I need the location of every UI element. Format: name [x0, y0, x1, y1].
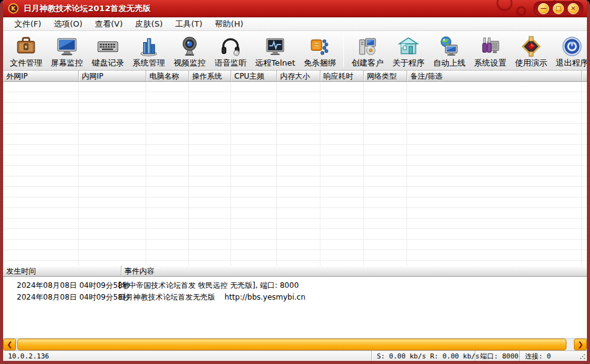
menu-help[interactable]: 帮助(H): [209, 17, 250, 31]
title-bar: K 日月神教技术论坛2012首发无壳版 — □ ✕: [3, 0, 587, 17]
grid-column: [407, 82, 582, 266]
status-connections: 连接: 0: [519, 351, 587, 361]
log-row[interactable]: 2024年08月08日 04时09分58秒 日月神教技术论坛首发无壳版 http…: [3, 292, 587, 303]
scrollbar-thumb[interactable]: [17, 339, 566, 350]
keyboard-icon: [97, 35, 118, 58]
toolbar: 文件管理 屏幕监控 键盘记录 系统管理 视频监控: [3, 31, 587, 71]
toolbar-create-client[interactable]: 创建客户: [347, 35, 388, 67]
monitor-icon: [56, 35, 77, 58]
col-header-event-content[interactable]: 事件内容: [121, 266, 587, 276]
menu-skin[interactable]: 皮肤(S): [129, 17, 169, 31]
toolbar-exit-program[interactable]: 退出程序: [552, 35, 590, 67]
toolbar-label: 文件管理: [10, 58, 42, 67]
col-header-memory[interactable]: 内存大小: [277, 71, 320, 81]
toolbar-label: 屏幕监控: [51, 58, 83, 67]
menu-file[interactable]: 文件(F): [8, 17, 48, 31]
tools-icon: [480, 35, 501, 58]
toolbar-about-program[interactable]: 关于程序: [388, 35, 429, 67]
status-port: 端口: 8000: [475, 351, 519, 361]
toolbar-label: 远程Telnet: [255, 58, 296, 67]
toolbar-fud-binder[interactable]: 免杀捆绑: [299, 35, 340, 67]
briefcase-icon: [15, 35, 37, 58]
webcam-icon: [179, 35, 200, 58]
log-row[interactable]: 2024年08月08日 04时09分58秒 [华中帝国技术论坛首发 牧民远控 无…: [3, 280, 587, 292]
toolbar-label: 视频监控: [174, 58, 206, 67]
toolbar-label: 键盘记录: [92, 58, 124, 67]
toolbar-label: 使用演示: [515, 58, 547, 67]
grid-column: [277, 82, 320, 266]
menu-options[interactable]: 选项(O): [48, 17, 89, 31]
toolbar-label: 退出程序: [556, 58, 588, 67]
titlebar-swirl-ornament: [516, 6, 526, 16]
app-window: K 日月神教技术论坛2012首发无壳版 — □ ✕ 文件(F) 选项(O) 查看…: [0, 0, 590, 364]
toolbar-label: 系统管理: [133, 58, 165, 67]
toolbar-system-settings[interactable]: 系统设置: [470, 35, 511, 67]
close-button[interactable]: ✕: [568, 3, 579, 14]
status-local-ip: 10.0.2.136: [3, 351, 371, 361]
col-header-wan-ip[interactable]: 外网IP: [3, 71, 79, 81]
log-event: 日月神教技术论坛首发无壳版 http://bbs.yesmybi.cn: [118, 292, 587, 303]
toolbar-system-manager[interactable]: 系统管理: [128, 35, 169, 67]
scroll-right-arrow-icon[interactable]: ❯: [574, 339, 587, 350]
log-event: [华中帝国技术论坛首发 牧民远控 无壳版], 端口: 8000: [118, 280, 587, 291]
toolbar-screen-monitor[interactable]: 屏幕监控: [46, 35, 87, 67]
col-header-cpu[interactable]: CPU主频: [231, 71, 277, 81]
log-time: 2024年08月08日 04时09分58秒: [3, 280, 118, 291]
col-header-computer-name[interactable]: 电脑名称: [146, 71, 189, 81]
maximize-button[interactable]: □: [553, 3, 564, 14]
toolbar-label: 免杀捆绑: [304, 58, 336, 67]
computer-disc-icon: [357, 35, 378, 58]
app-icon: K: [8, 3, 19, 14]
binder-chain-icon: [309, 35, 330, 58]
scroll-left-arrow-icon[interactable]: ❮: [3, 339, 16, 350]
toolbar-label: 系统设置: [474, 58, 506, 67]
resize-grip[interactable]: [579, 353, 586, 360]
status-traffic: S: 0.00 kb/s R: 0.00 kb/s: [371, 351, 475, 361]
diamond-gem-icon: [521, 35, 542, 58]
col-header-os[interactable]: 操作系统: [189, 71, 231, 81]
grid-column: [231, 82, 277, 266]
toolbar-remote-telnet[interactable]: 远程Telnet: [251, 35, 299, 67]
toolbar-label: 创建客户: [351, 58, 384, 67]
col-header-event-time[interactable]: 发生时间: [3, 266, 121, 276]
menu-bar: 文件(F) 选项(O) 查看(V) 皮肤(S) 工具(T) 帮助(H): [3, 17, 587, 31]
grid-column: [320, 82, 364, 266]
toolbar-video-monitor[interactable]: 视频监控: [169, 35, 210, 67]
menu-view[interactable]: 查看(V): [89, 17, 129, 31]
bar-tower-icon: [138, 35, 159, 58]
log-time: 2024年08月08日 04时09分58秒: [3, 292, 118, 303]
house-icon: [398, 35, 419, 58]
toolbar-separator: [343, 35, 344, 67]
event-log-list[interactable]: 2024年08月08日 04时09分58秒 [华中帝国技术论坛首发 牧民远控 无…: [3, 277, 587, 338]
col-header-filler: [582, 71, 587, 81]
minimize-button[interactable]: —: [538, 3, 549, 14]
toolbar-usage-demo[interactable]: 使用演示: [511, 35, 552, 67]
grid-column: [3, 82, 79, 266]
main-table-header: 外网IP 内网IP 电脑名称 操作系统 CPU主频 内存大小 响应耗时 网络类型…: [3, 71, 587, 82]
grid-column: [364, 82, 407, 266]
toolbar-label: 关于程序: [392, 58, 425, 67]
col-header-network-type[interactable]: 网络类型: [364, 71, 407, 81]
grid-column: [79, 82, 146, 266]
col-header-lan-ip[interactable]: 内网IP: [79, 71, 146, 81]
window-controls: — □ ✕: [534, 1, 583, 16]
headphones-icon: [220, 35, 241, 58]
toolbar-file-manager[interactable]: 文件管理: [6, 35, 46, 67]
col-header-remark-filter[interactable]: 备注/筛选: [407, 71, 582, 81]
log-table-header: 发生时间 事件内容: [3, 266, 587, 277]
power-icon: [561, 35, 583, 58]
globe-monitor-icon: [439, 35, 460, 58]
toolbar-label: 语音监听: [214, 58, 247, 67]
toolbar-auto-online[interactable]: 自动上线: [429, 35, 470, 67]
toolbar-keylogger[interactable]: 键盘记录: [87, 35, 128, 67]
toolbar-label: 自动上线: [433, 58, 465, 67]
toolbar-audio-listen[interactable]: 语音监听: [210, 35, 251, 67]
status-bar: 10.0.2.136 S: 0.00 kb/s R: 0.00 kb/s 端口:…: [3, 350, 587, 361]
horizontal-scrollbar[interactable]: ❮ ❯: [3, 338, 587, 350]
window-title: 日月神教技术论坛2012首发无壳版: [24, 3, 534, 14]
grid-column: [189, 82, 231, 266]
client-list-body[interactable]: [3, 82, 587, 266]
col-header-ping[interactable]: 响应耗时: [320, 71, 364, 81]
grid-column: [146, 82, 189, 266]
menu-tools[interactable]: 工具(T): [169, 17, 208, 31]
